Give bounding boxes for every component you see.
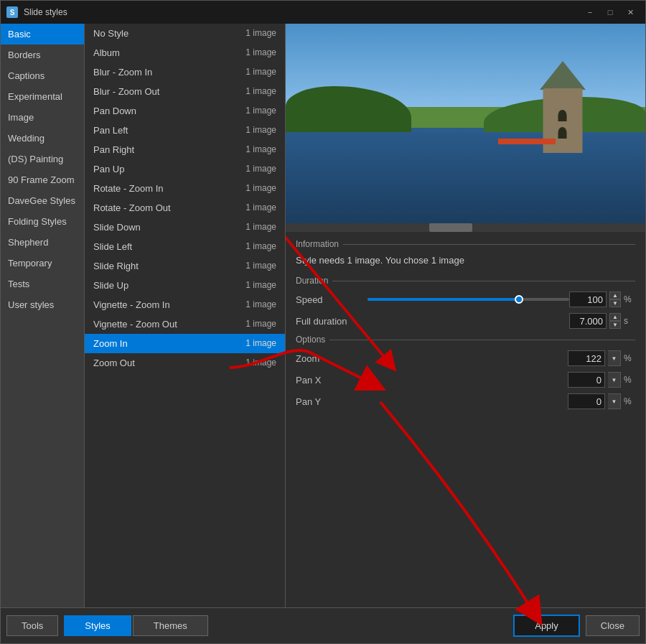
main-content: BasicBordersCaptionsExperimentalImageWed… xyxy=(1,24,645,607)
sidebar-item-captions[interactable]: Captions xyxy=(1,65,84,86)
style-item[interactable]: Blur - Zoom Out1 image xyxy=(85,82,285,101)
style-item[interactable]: Pan Up1 image xyxy=(85,159,285,179)
style-item[interactable]: No Style1 image xyxy=(85,24,285,43)
style-item[interactable]: Pan Left1 image xyxy=(85,121,285,140)
style-item[interactable]: Blur - Zoom In1 image xyxy=(85,62,285,82)
style-item[interactable]: Rotate - Zoom In1 image xyxy=(85,179,285,198)
panx-input[interactable] xyxy=(568,372,605,388)
speed-row: Speed ▲ ▼ % xyxy=(296,291,635,307)
duration-spin-buttons: ▲ ▼ xyxy=(609,313,621,329)
speed-spin-down[interactable]: ▼ xyxy=(609,299,621,307)
style-item-count: 1 image xyxy=(245,358,276,368)
scrollbar-track xyxy=(286,223,645,232)
right-panel: Information Style needs 1 image. You cho… xyxy=(286,24,645,607)
app-icon: S xyxy=(6,6,18,18)
tower-roof xyxy=(540,61,586,90)
tower-windows xyxy=(552,110,574,139)
style-item-count: 1 image xyxy=(245,106,276,116)
style-item[interactable]: Vignette - Zoom Out1 image xyxy=(85,314,285,334)
style-item-count: 1 image xyxy=(245,164,276,174)
zoom-dropdown-arrow[interactable]: ▼ xyxy=(608,350,621,366)
panx-dropdown-arrow[interactable]: ▼ xyxy=(608,372,621,388)
sidebar-item-shepherd[interactable]: Shepherd xyxy=(1,232,84,253)
apply-button[interactable]: Apply xyxy=(513,615,580,637)
zoom-input[interactable] xyxy=(568,350,605,366)
close-button[interactable]: Close xyxy=(586,615,640,636)
sidebar: BasicBordersCaptionsExperimentalImageWed… xyxy=(1,24,85,607)
scene-bridge xyxy=(498,139,556,144)
speed-spin-buttons: ▲ ▼ xyxy=(609,291,621,307)
duration-section-label: Duration xyxy=(296,276,635,286)
style-item-label: Pan Left xyxy=(93,125,128,136)
style-item[interactable]: Zoom In1 image xyxy=(85,334,285,353)
style-item-count: 1 image xyxy=(245,222,276,233)
scrollbar-thumb[interactable] xyxy=(429,223,472,232)
style-item-count: 1 image xyxy=(245,299,276,310)
style-item[interactable]: Slide Right1 image xyxy=(85,256,285,276)
duration-spin-up[interactable]: ▲ xyxy=(609,313,621,321)
style-item-label: Album xyxy=(93,47,120,58)
themes-tab[interactable]: Themes xyxy=(133,615,208,636)
sidebar-item-image[interactable]: Image xyxy=(1,107,84,128)
title-bar: S Slide styles − □ ✕ xyxy=(1,1,645,24)
sidebar-item-user-styles[interactable]: User styles xyxy=(1,294,84,315)
style-item[interactable]: Slide Down1 image xyxy=(85,218,285,237)
style-item-label: Slide Right xyxy=(93,261,139,271)
duration-label: Full duration xyxy=(296,316,368,327)
information-text: Style needs 1 image. You chose 1 image xyxy=(296,255,635,266)
style-item-count: 1 image xyxy=(245,144,276,155)
style-item[interactable]: Pan Right1 image xyxy=(85,140,285,159)
style-item-count: 1 image xyxy=(245,261,276,271)
style-item[interactable]: Vignette - Zoom In1 image xyxy=(85,295,285,314)
main-window: S Slide styles − □ ✕ BasicBordersCaption… xyxy=(0,0,646,644)
style-item-count: 1 image xyxy=(245,241,276,252)
sidebar-item-borders[interactable]: Borders xyxy=(1,45,84,65)
sidebar-item-davegee[interactable]: DaveGee Styles xyxy=(1,190,84,211)
style-item-count: 1 image xyxy=(245,28,276,39)
details-panel: Information Style needs 1 image. You cho… xyxy=(286,232,645,607)
style-item-count: 1 image xyxy=(245,280,276,291)
pany-unit: % xyxy=(624,396,635,406)
style-item[interactable]: Album1 image xyxy=(85,43,285,62)
sidebar-item-tests[interactable]: Tests xyxy=(1,274,84,294)
speed-slider-thumb[interactable] xyxy=(515,295,523,304)
pany-dropdown-arrow[interactable]: ▼ xyxy=(608,393,621,409)
information-section-label: Information xyxy=(296,239,635,249)
duration-row: Full duration ▲ ▼ s xyxy=(296,313,635,329)
maximize-button[interactable]: □ xyxy=(601,5,619,19)
style-item[interactable]: Rotate - Zoom Out1 image xyxy=(85,198,285,218)
panx-label: Pan X xyxy=(296,375,368,386)
duration-spin-down[interactable]: ▼ xyxy=(609,321,621,329)
tower-window-2 xyxy=(558,127,567,139)
style-item[interactable]: Slide Up1 image xyxy=(85,276,285,295)
bottom-bar: Tools Styles Themes Apply Close xyxy=(1,607,645,643)
sidebar-item-wedding[interactable]: Wedding xyxy=(1,128,84,149)
zoom-unit: % xyxy=(624,353,635,363)
minimize-button[interactable]: − xyxy=(581,5,599,19)
sidebar-item-temporary[interactable]: Temporary xyxy=(1,253,84,274)
sidebar-item-ds-painting[interactable]: (DS) Painting xyxy=(1,149,84,169)
style-item-label: Zoom In xyxy=(93,338,128,349)
panx-unit: % xyxy=(624,375,635,385)
style-item-label: Slide Left xyxy=(93,241,132,252)
style-item[interactable]: Pan Down1 image xyxy=(85,101,285,121)
style-item-count: 1 image xyxy=(245,47,276,58)
pany-input-group: ▼ % xyxy=(568,393,635,409)
sidebar-item-basic[interactable]: Basic xyxy=(1,24,84,45)
sidebar-item-experimental[interactable]: Experimental xyxy=(1,86,84,107)
speed-spin-up[interactable]: ▲ xyxy=(609,291,621,299)
style-list: No Style1 imageAlbum1 imageBlur - Zoom I… xyxy=(85,24,286,607)
tools-button[interactable]: Tools xyxy=(6,615,58,636)
tab-group: Styles Themes xyxy=(64,615,207,636)
styles-tab[interactable]: Styles xyxy=(64,615,131,636)
style-item[interactable]: Zoom Out1 image xyxy=(85,353,285,373)
close-window-button[interactable]: ✕ xyxy=(621,5,640,19)
sidebar-item-90-frame-zoom[interactable]: 90 Frame Zoom xyxy=(1,169,84,190)
speed-input[interactable] xyxy=(569,291,607,307)
pany-input[interactable] xyxy=(568,393,605,409)
style-item-label: Rotate - Zoom In xyxy=(93,183,164,194)
duration-input[interactable] xyxy=(569,313,607,329)
speed-slider[interactable] xyxy=(368,298,569,301)
sidebar-item-folding[interactable]: Folding Styles xyxy=(1,211,84,232)
style-item[interactable]: Slide Left1 image xyxy=(85,237,285,256)
